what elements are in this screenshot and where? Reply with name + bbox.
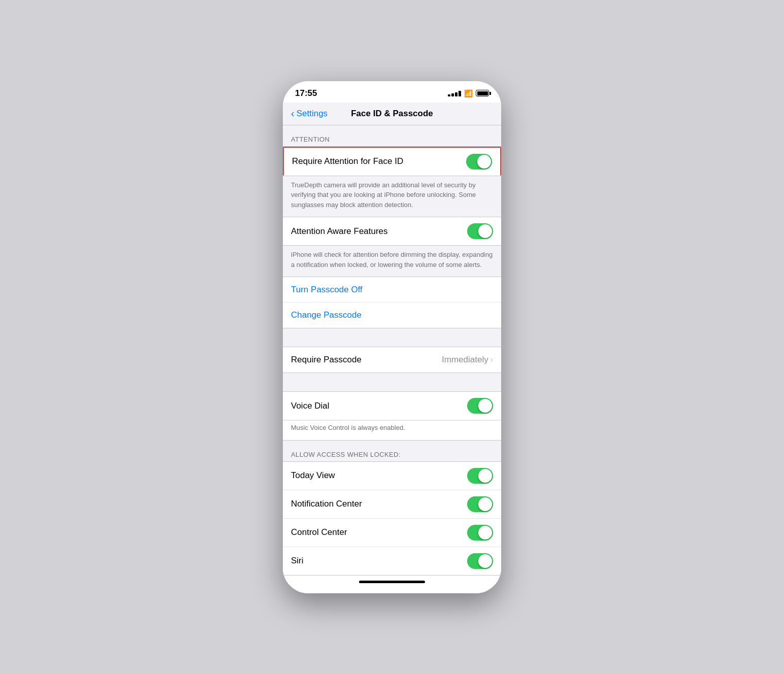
siri-toggle-thumb xyxy=(478,554,492,568)
content-area: ATTENTION Require Attention for Face ID … xyxy=(283,125,501,576)
control-center-toggle-thumb xyxy=(478,526,492,540)
today-view-label: Today View xyxy=(291,470,335,481)
control-center-row[interactable]: Control Center xyxy=(283,519,501,547)
notification-center-toggle-thumb xyxy=(478,497,492,511)
notification-center-row[interactable]: Notification Center xyxy=(283,490,501,519)
require-attention-toggle[interactable] xyxy=(466,154,492,170)
phone-frame: 17:55 📶 ‹ Settings Face ID & Passcode AT… xyxy=(283,81,501,593)
wifi-icon: 📶 xyxy=(464,89,473,97)
page-title: Face ID & Passcode xyxy=(351,109,433,119)
attention-section: Require Attention for Face ID xyxy=(283,146,501,176)
require-attention-toggle-thumb xyxy=(477,155,491,168)
passcode-section: Turn Passcode Off Change Passcode xyxy=(283,277,501,328)
change-passcode-row[interactable]: Change Passcode xyxy=(283,302,501,328)
control-center-label: Control Center xyxy=(291,527,347,537)
require-attention-desc: TrueDepth camera will provide an additio… xyxy=(283,176,501,217)
siri-toggle[interactable] xyxy=(467,553,493,569)
control-center-toggle[interactable] xyxy=(467,525,493,541)
today-view-toggle[interactable] xyxy=(467,468,493,484)
voice-dial-row[interactable]: Voice Dial xyxy=(283,392,501,420)
require-passcode-label: Require Passcode xyxy=(291,355,362,365)
battery-icon xyxy=(476,90,489,96)
voice-dial-toggle[interactable] xyxy=(467,398,493,414)
attention-section-header: ATTENTION xyxy=(283,125,501,146)
require-passcode-section: Require Passcode Immediately › xyxy=(283,347,501,373)
require-attention-row[interactable]: Require Attention for Face ID xyxy=(283,147,501,176)
allow-access-header: ALLOW ACCESS WHEN LOCKED: xyxy=(283,441,501,461)
back-label: Settings xyxy=(297,109,328,119)
turn-passcode-off-row[interactable]: Turn Passcode Off xyxy=(283,277,501,302)
chevron-right-icon: › xyxy=(491,355,493,364)
nav-bar: ‹ Settings Face ID & Passcode xyxy=(283,103,501,125)
back-chevron-icon: ‹ xyxy=(291,108,295,118)
voice-dial-label: Voice Dial xyxy=(291,401,330,411)
require-passcode-row[interactable]: Require Passcode Immediately › xyxy=(283,347,501,373)
status-icons: 📶 xyxy=(448,89,489,97)
today-view-row[interactable]: Today View xyxy=(283,462,501,490)
back-button[interactable]: ‹ Settings xyxy=(291,109,328,119)
change-passcode-label: Change Passcode xyxy=(291,310,362,320)
today-view-toggle-thumb xyxy=(478,469,492,483)
signal-icon xyxy=(448,90,461,96)
status-bar: 17:55 📶 xyxy=(283,81,501,103)
attention-aware-label: Attention Aware Features xyxy=(291,226,388,237)
home-bar[interactable] xyxy=(359,581,425,583)
home-indicator-area xyxy=(283,576,501,593)
attention-aware-toggle[interactable] xyxy=(467,223,493,239)
notification-center-toggle[interactable] xyxy=(467,496,493,512)
voice-dial-desc: Music Voice Control is always enabled. xyxy=(283,420,501,440)
notification-center-label: Notification Center xyxy=(291,499,362,509)
time-display: 17:55 xyxy=(295,88,317,98)
require-passcode-value: Immediately › xyxy=(442,355,493,365)
siri-label: Siri xyxy=(291,556,304,566)
attention-aware-toggle-thumb xyxy=(478,224,492,238)
siri-row[interactable]: Siri xyxy=(283,547,501,575)
voice-dial-toggle-thumb xyxy=(478,399,492,413)
voice-dial-section: Voice Dial Music Voice Control is always… xyxy=(283,391,501,441)
spacer-2 xyxy=(283,373,501,391)
require-passcode-value-text: Immediately xyxy=(442,355,488,365)
spacer-1 xyxy=(283,328,501,347)
attention-aware-desc: iPhone will check for attention before d… xyxy=(283,246,501,277)
turn-passcode-off-label: Turn Passcode Off xyxy=(291,285,363,295)
require-attention-label: Require Attention for Face ID xyxy=(292,156,403,166)
attention-aware-row[interactable]: Attention Aware Features xyxy=(283,217,501,245)
attention-aware-section: Attention Aware Features xyxy=(283,217,501,246)
allow-access-section: Today View Notification Center Control C… xyxy=(283,461,501,576)
